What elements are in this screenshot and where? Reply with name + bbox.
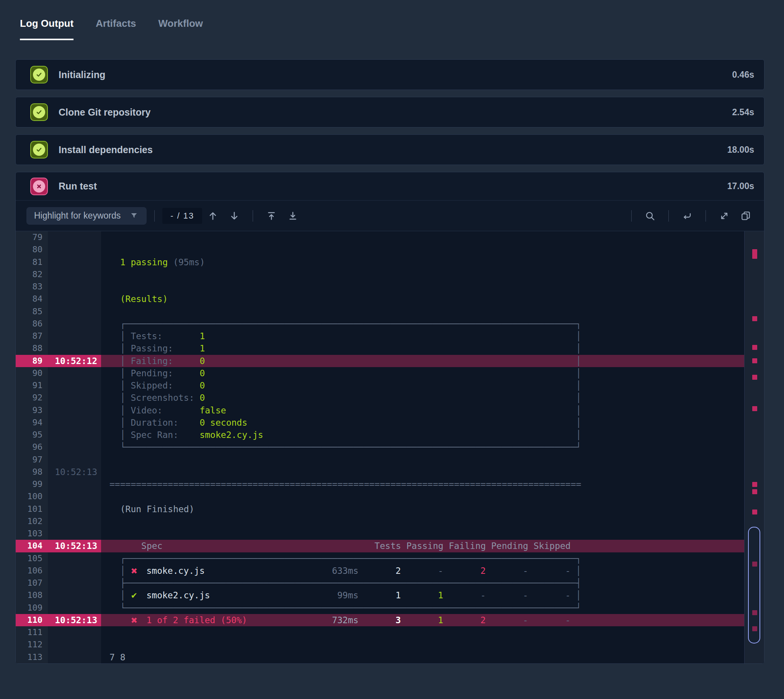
line-number[interactable]: 104 <box>16 540 48 552</box>
line-number[interactable]: 102 <box>16 515 48 527</box>
line-number[interactable]: 95 <box>16 429 48 441</box>
line-number[interactable]: 101 <box>16 503 48 515</box>
log-row: 92 │ Screenshots: 0 │ <box>16 392 744 404</box>
line-number[interactable]: 89 <box>16 355 48 367</box>
line-number[interactable]: 99 <box>16 478 48 490</box>
step-row-run-test[interactable]: Run test 17.00s <box>16 172 764 200</box>
line-timestamp <box>48 231 101 243</box>
copy-button[interactable] <box>740 210 751 222</box>
wrap-lines-button[interactable] <box>681 210 693 222</box>
line-timestamp <box>48 305 101 318</box>
line-content: 1 passing (95ms) <box>101 256 744 268</box>
line-number[interactable]: 112 <box>16 639 48 651</box>
line-number[interactable]: 85 <box>16 305 48 318</box>
line-timestamp <box>48 293 101 305</box>
divider <box>631 210 632 222</box>
line-content: │ Duration: 0 seconds │ <box>101 416 744 429</box>
line-number[interactable]: 108 <box>16 589 48 601</box>
log-row: 97 <box>16 454 744 466</box>
line-timestamp <box>48 379 101 392</box>
line-content <box>101 305 744 318</box>
line-content: │ ✔ smoke2.cy.js 99ms 1 1 - - - │ <box>101 589 744 601</box>
step-row-initializing[interactable]: Initializing0.46s <box>15 59 764 90</box>
line-number[interactable]: 82 <box>16 268 48 281</box>
search-button[interactable] <box>644 210 656 222</box>
line-number[interactable]: 94 <box>16 416 48 429</box>
line-number[interactable]: 93 <box>16 404 48 416</box>
tab-workflow[interactable]: Workflow <box>159 18 203 40</box>
line-number[interactable]: 105 <box>16 552 48 565</box>
log-row: 109 └───────────────────────────────────… <box>16 602 744 614</box>
line-number[interactable]: 80 <box>16 243 48 256</box>
line-content: │ Pending: 0 │ <box>101 367 744 379</box>
line-number[interactable]: 86 <box>16 318 48 330</box>
minimap-error-marker <box>752 345 757 350</box>
log-row: 9810:52:13 <box>16 466 744 478</box>
line-content: ========================================… <box>101 478 744 490</box>
success-status-icon <box>30 66 48 83</box>
step-row-install-dependencies[interactable]: Install dependencies18.00s <box>15 134 764 165</box>
line-number[interactable]: 100 <box>16 490 48 503</box>
expand-button[interactable] <box>719 210 730 222</box>
scroll-to-top-button[interactable] <box>266 210 277 222</box>
keyword-filter-input[interactable]: Highlight for keywords <box>27 207 147 225</box>
log-row: 88 │ Passing: 1 │ <box>16 342 744 354</box>
line-number[interactable]: 97 <box>16 454 48 466</box>
step-row-clone-git-repository[interactable]: Clone Git repository2.54s <box>15 97 764 128</box>
minimap-error-marker <box>752 316 757 321</box>
scroll-to-top-icon <box>266 210 277 222</box>
log-row: 96 └────────────────────────────────────… <box>16 441 744 453</box>
line-content: └───────────────────────────────────────… <box>101 441 744 453</box>
log-viewport[interactable]: 798081 1 passing (95ms)828384 (Results)8… <box>16 231 764 663</box>
line-number[interactable]: 109 <box>16 602 48 614</box>
line-timestamp <box>48 256 101 268</box>
line-timestamp: 10:52:13 <box>48 614 101 626</box>
scroll-to-bottom-button[interactable] <box>287 210 298 222</box>
line-number[interactable]: 110 <box>16 614 48 626</box>
line-number[interactable]: 107 <box>16 577 48 589</box>
line-number[interactable]: 111 <box>16 626 48 639</box>
line-number[interactable]: 96 <box>16 441 48 453</box>
scrollbar-thumb[interactable] <box>748 527 760 643</box>
step-duration: 17.00s <box>728 181 754 191</box>
tab-bar: Log OutputArtifactsWorkflow <box>0 0 784 40</box>
tab-log-output[interactable]: Log Output <box>20 18 73 40</box>
log-row: 94 │ Duration: 0 seconds │ <box>16 416 744 429</box>
filter-icon <box>129 211 139 221</box>
step-label: Clone Git repository <box>58 107 151 118</box>
log-row: 108 │ ✔ smoke2.cy.js 99ms 1 1 - - - │ <box>16 589 744 601</box>
line-content <box>101 466 744 478</box>
line-number[interactable]: 90 <box>16 367 48 379</box>
line-number[interactable]: 106 <box>16 565 48 577</box>
line-number[interactable]: 83 <box>16 281 48 293</box>
next-match-button[interactable] <box>229 210 240 222</box>
log-row: 102 <box>16 515 744 527</box>
failed-status-icon <box>30 177 48 195</box>
minimap[interactable] <box>744 231 764 663</box>
line-number[interactable]: 88 <box>16 342 48 354</box>
line-content <box>101 231 744 243</box>
line-timestamp <box>48 243 101 256</box>
log-row: 85 <box>16 305 744 318</box>
line-content <box>101 639 744 651</box>
line-number[interactable]: 113 <box>16 651 48 663</box>
line-number[interactable]: 87 <box>16 330 48 342</box>
previous-match-button[interactable] <box>207 210 219 222</box>
line-number[interactable]: 79 <box>16 231 48 243</box>
tab-artifacts[interactable]: Artifacts <box>96 18 136 40</box>
step-label: Initializing <box>58 69 105 80</box>
log-row: 100 <box>16 490 744 503</box>
line-number[interactable]: 103 <box>16 527 48 540</box>
arrow-up-icon <box>207 210 219 222</box>
line-content: │ Failing: 0 │ <box>101 355 744 367</box>
step-label: Install dependencies <box>58 144 153 156</box>
line-timestamp: 10:52:13 <box>48 540 101 552</box>
minimap-error-marker <box>752 358 757 363</box>
line-number[interactable]: 91 <box>16 379 48 392</box>
log-row: 101 (Run Finished) <box>16 503 744 515</box>
line-timestamp <box>48 281 101 293</box>
line-number[interactable]: 92 <box>16 392 48 404</box>
line-number[interactable]: 84 <box>16 293 48 305</box>
line-number[interactable]: 98 <box>16 466 48 478</box>
line-number[interactable]: 81 <box>16 256 48 268</box>
